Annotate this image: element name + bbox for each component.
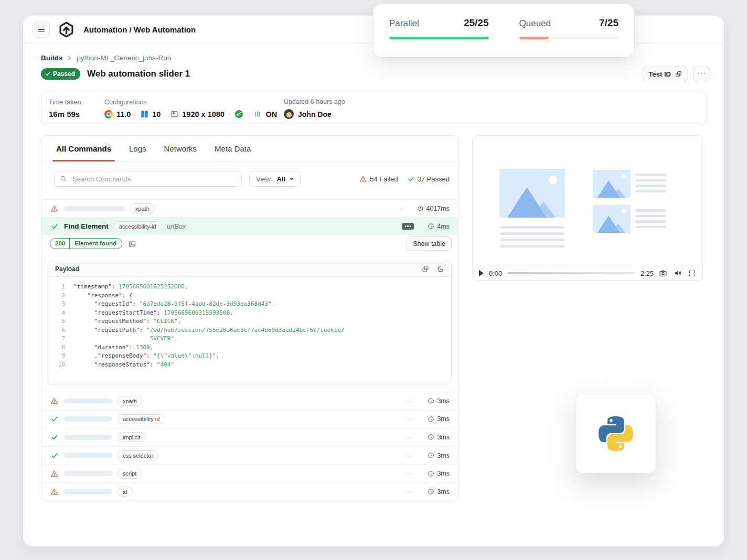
row-actions-button[interactable] xyxy=(402,223,414,230)
row-more-button[interactable]: ··· xyxy=(405,416,414,422)
line-number: 4 xyxy=(48,309,65,318)
tab-bar: All Commands Logs Networks Meta Data xyxy=(41,136,458,161)
warning-icon xyxy=(359,175,367,182)
search-input[interactable] xyxy=(71,175,236,184)
check-icon xyxy=(45,71,50,77)
tab-logs[interactable]: Logs xyxy=(129,136,146,161)
video-controls: 0:00 2:25 xyxy=(473,265,702,281)
code-line: 4 "requestStartTime": 170566560031559350… xyxy=(48,309,451,318)
response-status-pill: 200 Element found xyxy=(50,238,122,249)
tab-networks[interactable]: Networks xyxy=(164,136,197,161)
code-line: 6 "requestPath": "/wd/hub/session/755e20… xyxy=(48,326,451,335)
parallel-stat: Parallel 25/25 xyxy=(389,17,489,44)
line-number: 3 xyxy=(48,300,65,309)
clock-icon xyxy=(417,205,424,212)
chrome-browser-icon xyxy=(104,110,113,119)
command-row-selected[interactable]: Find Element accessibility-id urlBox 4ms xyxy=(41,217,458,235)
command-row[interactable]: implicit ··· 3ms xyxy=(41,428,458,446)
screenshot-icon[interactable] xyxy=(128,240,136,248)
main-card: Automation / Web Automation Builds pytho… xyxy=(23,16,724,546)
clock-icon xyxy=(428,397,434,404)
parallel-label: Parallel xyxy=(389,18,419,29)
queued-progress-track xyxy=(519,37,619,39)
response-code: 200 xyxy=(50,239,70,249)
row-more-button[interactable]: ··· xyxy=(405,398,414,404)
commands-toolbar: View: All 54 Failed 37 Passed xyxy=(54,171,450,187)
copy-icon xyxy=(422,265,429,273)
hamburger-menu-button[interactable] xyxy=(33,21,50,38)
view-filter-dropdown[interactable]: View: All xyxy=(249,171,301,187)
locator-badge: id xyxy=(118,487,133,497)
locator-badge: script xyxy=(118,469,142,479)
show-table-button[interactable]: Show table xyxy=(407,236,452,251)
user-name: John Doe xyxy=(298,110,332,119)
code-line: 8 "duration": 1309, xyxy=(48,343,451,352)
check-icon xyxy=(51,452,58,459)
skeleton-text xyxy=(64,416,112,422)
skeleton-text xyxy=(64,399,112,404)
search-box[interactable] xyxy=(54,171,242,187)
volume-button[interactable] xyxy=(674,269,682,277)
locator-badge: accessibility-id xyxy=(114,221,162,231)
clock-icon xyxy=(428,416,434,423)
duration: 3ms xyxy=(437,488,450,496)
clock-icon xyxy=(428,223,434,230)
avatar xyxy=(284,109,294,119)
placeholder-image-small-1 xyxy=(593,170,631,198)
breadcrumb: Builds python-ML_Generic_jobs-Run xyxy=(41,54,171,62)
browser-version: 11.0 xyxy=(116,110,131,119)
command-row[interactable]: css selector ··· 3ms xyxy=(41,446,458,465)
row-more-button[interactable]: ··· xyxy=(400,206,409,212)
code-line: 10 "responseStatus": "404" xyxy=(48,361,451,370)
code-key: "response": { xyxy=(73,292,133,300)
warning-icon xyxy=(50,204,59,212)
line-number: 5 xyxy=(48,317,65,326)
chevron-right-icon xyxy=(67,56,72,60)
placeholder-text-block xyxy=(635,174,666,192)
locator-badge: xpath xyxy=(130,203,155,213)
test-title-row: Passed Web automation slider 1 Test ID ·… xyxy=(41,66,710,82)
command-row[interactable]: accessibility id ··· 3ms xyxy=(41,410,458,428)
skeleton-text xyxy=(64,206,125,211)
dark-mode-toggle[interactable] xyxy=(437,265,444,273)
code-value: "6a7eda28-9f5f-4add-82de-3d93ea368d43", xyxy=(140,300,275,309)
check-icon xyxy=(408,176,414,182)
clock-icon xyxy=(428,434,434,440)
code-value: "CLICK", xyxy=(153,317,181,326)
fullscreen-button[interactable] xyxy=(688,270,696,277)
breadcrumb-current: python-ML_Generic_jobs-Run xyxy=(77,54,171,62)
row-more-button[interactable]: ··· xyxy=(405,453,414,459)
placeholder-image-large xyxy=(499,169,565,218)
page-title: Automation / Web Automation xyxy=(83,25,196,34)
command-row[interactable]: script ··· 3ms xyxy=(41,464,458,482)
more-options-button[interactable]: ··· xyxy=(693,67,710,81)
command-row[interactable]: xpath ··· 3ms xyxy=(41,392,458,410)
test-id-button[interactable]: Test ID xyxy=(643,67,688,81)
screenshot-button[interactable] xyxy=(659,269,667,277)
seek-bar[interactable] xyxy=(507,272,635,274)
duration: 3ms xyxy=(437,452,450,459)
code-value: SVCVER", xyxy=(73,335,178,343)
play-button[interactable] xyxy=(479,270,484,276)
tab-all-commands[interactable]: All Commands xyxy=(56,136,111,161)
row-more-button[interactable]: ··· xyxy=(405,434,414,440)
status-badge: Passed xyxy=(41,68,80,80)
time-taken-value: 16m 59s xyxy=(49,110,104,119)
breadcrumb-builds-link[interactable]: Builds xyxy=(41,54,62,62)
test-title: Web automation slider 1 xyxy=(87,69,190,79)
warning-icon xyxy=(50,397,58,405)
parallel-progress-fill xyxy=(389,37,489,39)
code-key: "duration": xyxy=(73,343,136,352)
code-value: "404" xyxy=(157,361,174,370)
queued-label: Queued xyxy=(519,18,551,29)
row-more-button[interactable]: ··· xyxy=(405,470,414,477)
code-key: "timestamp": xyxy=(73,283,119,292)
tab-meta-data[interactable]: Meta Data xyxy=(215,136,251,161)
command-row[interactable]: id ··· 3ms xyxy=(41,482,458,501)
copy-payload-button[interactable] xyxy=(422,265,429,273)
python-framework-card[interactable] xyxy=(575,393,656,473)
line-number: 7 xyxy=(48,335,65,343)
test-meta-panel: Time taken 16m 59s Configurations 11.0 ·… xyxy=(41,92,707,125)
command-row-failed-xpath[interactable]: xpath ··· 4017ms xyxy=(41,199,458,217)
row-more-button[interactable]: ··· xyxy=(405,489,414,495)
